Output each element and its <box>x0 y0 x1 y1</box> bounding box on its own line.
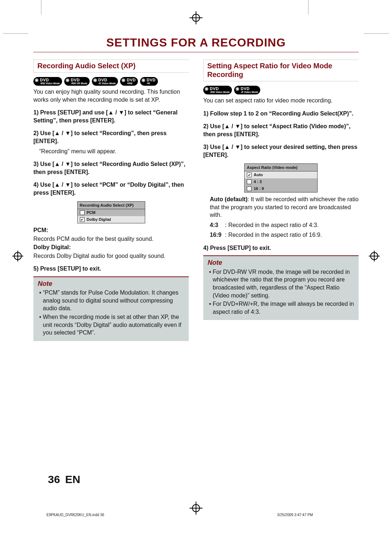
note-item: When the recording mode is set at other … <box>43 313 184 337</box>
note-box: Note For DVD-RW VR mode, the image will … <box>203 255 359 320</box>
menu-option-label: 16 : 9 <box>254 186 264 191</box>
menu-option-selected: ✔ Auto <box>245 171 317 178</box>
section-heading: Recording Audio Select (XP) <box>37 61 185 70</box>
title-rule <box>33 52 359 52</box>
menu-option: 4 : 3 <box>245 178 317 185</box>
checkbox-icon <box>247 179 252 184</box>
content: SETTINGS FOR A RECORDING Recording Audio… <box>33 35 359 341</box>
page-footer: 36 EN <box>48 472 80 487</box>
step-2: 2) Use [▲ / ▼] to select “Aspect Ratio (… <box>203 122 359 138</box>
registration-mark-icon <box>192 504 200 512</box>
menu-option-selected: ✔ Dolby Digital <box>78 216 145 223</box>
menu-option-label: Auto <box>254 172 263 178</box>
note-item: “PCM” stands for Pulse Code Modulation. … <box>43 289 184 312</box>
note-item: For DVD+RW/+R, the image will always be … <box>213 300 354 316</box>
menu-aspect-ratio: Aspect Ratio (Video mode) ✔ Auto 4 : 3 1… <box>244 163 318 193</box>
section-heading-box: Recording Audio Select (XP) <box>33 60 189 73</box>
menu-option: PCM <box>78 209 145 216</box>
menu-recording-audio: Recording Audio Select (XP) PCM ✔ Dolby … <box>77 201 145 224</box>
dvd-badge: DVD-R Video Mode <box>234 86 260 94</box>
dvd-badge: DVD+R <box>140 77 158 86</box>
step-3: 3) Use [▲ / ▼] to select “Recording Audi… <box>33 160 189 176</box>
manual-page: SETTINGS FOR A RECORDING Recording Audio… <box>0 0 392 555</box>
section-heading-box: Setting Aspect Ratio for Video Mode Reco… <box>203 60 359 81</box>
menu-title: Aspect Ratio (Video mode) <box>245 164 317 172</box>
menu-option-label: Dolby Digital <box>87 217 111 222</box>
def-dd-body: Records Dolby Digital audio for good qua… <box>33 252 189 260</box>
note-item: For DVD-RW VR mode, the image will be re… <box>213 268 354 299</box>
step-1: 1) Follow step 1 to 2 on “Recording Audi… <box>203 110 359 118</box>
checkbox-icon <box>247 186 252 191</box>
definitions: PCM: Records PCM audio for the best qual… <box>33 226 189 260</box>
def-dd-heading: Dolby Digital: <box>33 244 71 250</box>
registration-mark-icon <box>370 252 378 260</box>
dvd-badge-row: DVD-RW Video Mode DVD-R Video Mode <box>203 86 359 94</box>
def-auto: Auto (default): It will be recorded with… <box>203 195 359 219</box>
col-right: Setting Aspect Ratio for Video Mode Reco… <box>203 60 359 341</box>
checkbox-checked-icon: ✔ <box>80 217 85 222</box>
menu-title: Recording Audio Select (XP) <box>78 202 145 210</box>
footer-stamp: 3/25/2009 3:47:47 PM <box>277 513 313 518</box>
dvd-badge: DVD-RW Video Mode <box>203 86 232 94</box>
step-4: 4) Press [SETUP] to exit. <box>203 244 359 252</box>
step-4: 4) Use [▲ / ▼] to select “PCM” or “Dolby… <box>33 181 189 197</box>
def-4-3: 4:3: Recorded in the aspect ratio of 4:3… <box>203 221 359 229</box>
step-3: 3) Use [▲ / ▼] to select your desired se… <box>203 143 359 159</box>
crop-mark <box>308 0 309 15</box>
note-box: Note “PCM” stands for Pulse Code Modulat… <box>33 276 189 341</box>
crop-mark <box>3 33 28 34</box>
crop-mark <box>41 0 41 15</box>
step-1: 1) Press [SETUP] and use [▲ / ▼] to sele… <box>33 109 189 124</box>
crop-mark <box>364 33 389 34</box>
def-pcm-heading: PCM: <box>33 227 48 233</box>
menu-option-label: PCM <box>87 210 95 215</box>
checkbox-checked-icon: ✔ <box>247 173 252 177</box>
dvd-badge-row: DVD-RW Video Mode DVD-RW VR Mode DVD-R V… <box>33 77 189 86</box>
intro-text: You can set aspect ratio for video mode … <box>203 97 359 105</box>
def-pcm-body: Records PCM audio for the best quality s… <box>33 235 189 243</box>
col-left: Recording Audio Select (XP) DVD-RW Video… <box>33 60 189 341</box>
note-title: Note <box>38 279 184 288</box>
note-title: Note <box>208 258 354 267</box>
registration-mark-icon <box>14 252 22 260</box>
dvd-badge: DVD-R Video Mode <box>92 77 118 86</box>
intro-text: You can enjoy high quality sound recordi… <box>33 88 189 104</box>
menu-option: 16 : 9 <box>245 185 317 192</box>
dvd-badge: DVD+RW <box>120 77 138 86</box>
menu-option-label: 4 : 3 <box>254 179 262 185</box>
section-heading: Setting Aspect Ratio for Video Mode Reco… <box>207 61 355 79</box>
checkbox-icon <box>80 210 85 215</box>
dvd-badge: DVD-RW Video Mode <box>33 77 62 86</box>
step-2-sub: “Recording” menu will appear. <box>33 147 189 155</box>
footer-file: E9PKAUD_DVR620KU_EN.indd 36 <box>46 513 104 518</box>
registration-mark-icon <box>192 14 200 22</box>
def-16-9: 16:9: Recorded in the aspect ratio of 16… <box>203 231 359 239</box>
page-number: 36 <box>48 472 60 487</box>
page-lang: EN <box>65 472 80 487</box>
step-2: 2) Use [▲ / ▼] to select “Recording”, th… <box>33 129 189 145</box>
page-title: SETTINGS FOR A RECORDING <box>33 35 359 50</box>
step-5: 5) Press [SETUP] to exit. <box>33 265 189 273</box>
dvd-badge: DVD-RW VR Mode <box>64 77 90 86</box>
two-columns: Recording Audio Select (XP) DVD-RW Video… <box>33 60 359 341</box>
